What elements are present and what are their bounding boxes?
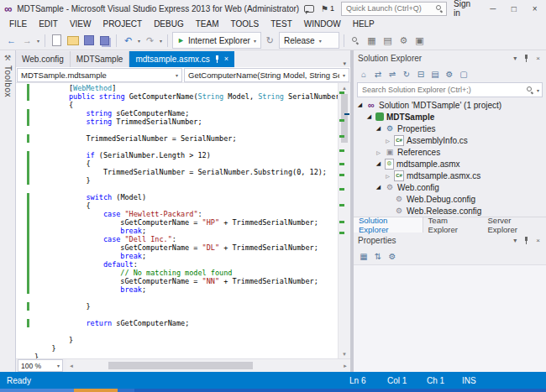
menu-window[interactable]: WINDOW — [298, 19, 347, 29]
pin-icon[interactable] — [522, 237, 531, 244]
code-line[interactable] — [16, 126, 338, 134]
menu-tools[interactable]: TOOLS — [224, 19, 265, 29]
pin-icon[interactable] — [522, 55, 531, 62]
window-position-icon[interactable]: ▾ — [512, 237, 518, 244]
code-line[interactable]: switch (Model) — [16, 193, 338, 201]
expander-icon[interactable]: ▷ — [384, 173, 391, 179]
expander-icon[interactable]: ◢ — [375, 160, 382, 167]
expander-icon[interactable]: ▷ — [384, 138, 391, 144]
quick-launch[interactable] — [341, 2, 447, 16]
code-line[interactable]: case "Hewlett-Packard": — [16, 210, 338, 218]
zoom-combo[interactable]: 100 % ▾ — [18, 359, 63, 372]
toolbox-tab[interactable]: ⚒ Toolbox — [0, 50, 16, 372]
code-line[interactable] — [16, 327, 338, 336]
menu-team[interactable]: TEAM — [190, 19, 225, 29]
tab-web.config[interactable]: Web.config — [16, 51, 71, 67]
code-line[interactable]: return sGetComputerName; — [16, 319, 338, 327]
tree-item[interactable]: ▷C#mdtsample.asmx.cs — [354, 170, 546, 181]
code-line[interactable]: string TrimmedSerialNumber; — [16, 118, 338, 126]
properties-icon[interactable]: ⚙ — [443, 67, 456, 81]
browser-refresh-icon[interactable]: ↻ — [263, 34, 277, 48]
code-line[interactable]: { — [16, 101, 338, 109]
close-icon[interactable]: × — [534, 55, 542, 62]
code-line[interactable]: case "Dell Inc.": — [16, 235, 338, 243]
find-icon[interactable] — [349, 34, 363, 48]
code-line[interactable]: { — [16, 201, 338, 210]
code-editor[interactable]: [WebMethod] public string GetComputerNam… — [16, 83, 350, 358]
tree-item[interactable]: ◢∞Solution 'MDTSample' (1 project) — [354, 99, 546, 111]
alphabetical-icon[interactable]: ⇅ — [371, 249, 385, 263]
menu-edit[interactable]: EDIT — [33, 19, 64, 29]
chevron-down-icon[interactable]: ▾ — [537, 87, 539, 93]
undo-icon[interactable]: ↶ — [121, 34, 135, 48]
window-position-icon[interactable]: ▾ — [512, 55, 518, 62]
sync-with-active-document-icon[interactable]: ⇌ — [386, 67, 399, 81]
tree-item[interactable]: ◢⚙Web.config — [354, 181, 546, 193]
code-line[interactable] — [16, 311, 338, 319]
open-file-icon[interactable] — [66, 34, 80, 48]
code-line[interactable]: } — [16, 353, 338, 358]
scroll-left-icon[interactable]: ◄ — [66, 363, 76, 368]
code-line[interactable]: } — [16, 344, 338, 353]
categorized-icon[interactable]: ▦ — [357, 249, 370, 263]
scroll-down-icon[interactable]: ▼ — [339, 349, 350, 358]
code-line[interactable]: } — [16, 302, 338, 311]
code-line[interactable]: string sGetComputerName; — [16, 109, 338, 118]
menu-file[interactable]: FILE — [3, 19, 33, 29]
dropdown-caret-icon[interactable]: ▾ — [138, 38, 140, 44]
dropdown-caret-icon[interactable]: ▾ — [37, 38, 39, 44]
members-dropdown[interactable]: GetComputerName(String Model, String Ser… — [184, 68, 349, 82]
menu-view[interactable]: VIEW — [64, 19, 97, 29]
extensions-icon[interactable]: ▣ — [412, 34, 427, 48]
home-icon[interactable]: ⌂ — [357, 67, 370, 81]
start-button[interactable]: ►Internet Explorer▾ — [172, 32, 261, 49]
code-line[interactable]: if (SerialNumber.Length > 12) — [16, 151, 338, 159]
new-file-icon[interactable] — [50, 34, 64, 48]
expander-icon[interactable]: ▷ — [375, 149, 382, 155]
tab-server-explorer[interactable]: Server Explorer — [483, 217, 546, 233]
code-line[interactable]: TrimmedSerialNumber = SerialNumber; — [16, 134, 338, 143]
tree-item[interactable]: ◢⚙Properties — [354, 123, 546, 134]
refresh-icon[interactable]: ↻ — [400, 67, 413, 81]
code-line[interactable]: } — [16, 176, 338, 185]
code-line[interactable]: } — [16, 336, 338, 344]
code-line[interactable]: // No matching model found — [16, 269, 338, 277]
code-line[interactable]: [WebMethod] — [16, 84, 338, 92]
preview-selected-items-icon[interactable]: ▢ — [457, 67, 470, 81]
expander-icon[interactable]: ◢ — [375, 125, 382, 132]
code-line[interactable] — [16, 294, 338, 302]
notifications-icon[interactable]: ⚑1 — [321, 4, 334, 13]
code-line[interactable]: TrimmedSerialNumber = SerialNumber.Subst… — [16, 168, 338, 176]
scrollbar-track[interactable] — [76, 359, 340, 372]
feedback-icon[interactable] — [304, 5, 314, 13]
scroll-right-icon[interactable]: ► — [340, 363, 350, 368]
code-line[interactable]: { — [16, 159, 338, 168]
switch-views-icon[interactable]: ⇄ — [371, 67, 385, 81]
menu-help[interactable]: HELP — [347, 19, 381, 29]
team-explorer-icon[interactable]: ▤ — [381, 34, 395, 48]
code-line[interactable]: break; — [16, 252, 338, 260]
tree-item[interactable]: ▷C#AssemblyInfo.cs — [354, 134, 546, 146]
code-line[interactable]: break; — [16, 285, 338, 294]
tree-item[interactable]: ⚙Web.Debug.config — [354, 193, 546, 205]
code-line[interactable]: public string GetComputerName(String Mod… — [16, 92, 338, 101]
navigate-forward-icon[interactable]: → — [20, 34, 34, 48]
menu-project[interactable]: PROJECT — [97, 19, 148, 29]
code-line[interactable]: break; — [16, 227, 338, 235]
horizontal-scrollbar[interactable]: ◄ ► — [66, 359, 350, 372]
save-all-icon[interactable] — [97, 34, 112, 48]
tab-list-chevron-icon[interactable]: ▾ — [339, 60, 350, 67]
minimize-button[interactable]: ─ — [486, 4, 500, 13]
redo-icon[interactable]: ↷ — [143, 34, 157, 48]
tree-item[interactable]: ⚙Web.Release.config — [354, 205, 546, 217]
code-line[interactable]: sGetComputerName = "HP" + TrimmedSerialN… — [16, 218, 338, 227]
menu-debug[interactable]: DEBUG — [148, 19, 190, 29]
close-icon[interactable]: × — [224, 55, 228, 63]
solution-explorer-icon[interactable]: ▦ — [365, 34, 379, 48]
code-line[interactable] — [16, 143, 338, 151]
dropdown-caret-icon[interactable]: ▾ — [160, 38, 162, 44]
properties-window-icon[interactable]: ⚙ — [396, 34, 411, 48]
navigate-backward-icon[interactable]: ← — [4, 34, 18, 48]
menu-test[interactable]: TEST — [265, 19, 298, 29]
tree-item[interactable]: ◢⚙mdtsample.asmx — [354, 158, 546, 170]
